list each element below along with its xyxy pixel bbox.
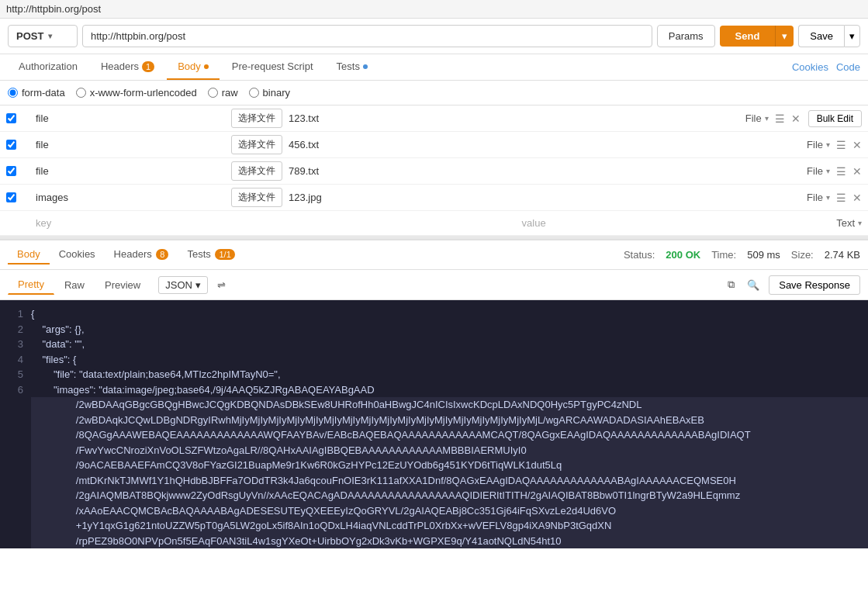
row-3-menu-icon[interactable]: ☰: [836, 192, 846, 204]
body-type-raw[interactable]: raw: [208, 87, 238, 99]
line-number: [0, 534, 31, 549]
form-row-0: file 选择文件 123.txt File ▾ ☰ ✕ Bulk Edit: [0, 105, 868, 132]
empty-value-placeholder: value: [516, 214, 552, 232]
url-bar-text: http://httpbin.org/post: [6, 3, 101, 15]
radio-form-data[interactable]: [8, 88, 18, 98]
tab-tests-label: Tests: [337, 61, 360, 72]
row-1-delete-icon[interactable]: ✕: [852, 139, 862, 151]
row-1-actions: ☰ ✕: [836, 139, 862, 151]
params-button[interactable]: Params: [657, 25, 715, 47]
line-content: {: [31, 306, 868, 322]
row-2-checkbox[interactable]: [6, 166, 16, 176]
empty-type-chevron-icon[interactable]: ▾: [858, 219, 862, 227]
row-0-delete-icon[interactable]: ✕: [791, 112, 801, 125]
method-label: POST: [16, 30, 43, 42]
radio-binary[interactable]: [249, 88, 259, 98]
code-viewer[interactable]: 1{2 "args": {},3 "data": "",4 "files": {…: [0, 300, 868, 548]
row-3-file-button[interactable]: 选择文件: [231, 188, 282, 207]
cookies-code-area: Cookies Code: [792, 61, 860, 73]
code-line: /9oACAEBAAEFAmCQ3V8oFYazGI21BuapMe9r1Kw6…: [0, 458, 868, 473]
viewer-tab-pretty[interactable]: Pretty: [8, 275, 54, 295]
row-1-type-chevron-icon[interactable]: ▾: [826, 140, 830, 149]
viewer-tab-raw[interactable]: Raw: [54, 275, 95, 295]
tab-pre-request[interactable]: Pre-request Script: [221, 54, 324, 80]
viewer-tab-preview[interactable]: Preview: [95, 275, 150, 295]
line-content: /8QAGgAAAWEBAQEAAAAAAAAAAAAAWQFAAYBAv/EA…: [31, 427, 868, 443]
save-button[interactable]: Save: [798, 25, 844, 47]
method-chevron-icon: ▾: [48, 32, 52, 40]
body-type-bar: form-data x-www-form-urlencoded raw bina…: [0, 81, 868, 105]
resp-tab-cookies[interactable]: Cookies: [50, 245, 105, 265]
radio-urlencoded[interactable]: [76, 88, 86, 98]
row-3-checkbox[interactable]: [6, 192, 16, 202]
tab-headers-label: Headers: [101, 61, 139, 72]
line-number: [0, 397, 31, 413]
tab-authorization-label: Authorization: [19, 61, 78, 72]
viewer-tab-pretty-label: Pretty: [18, 278, 44, 290]
body-type-urlencoded[interactable]: x-www-form-urlencoded: [76, 87, 197, 99]
radio-raw[interactable]: [208, 88, 218, 98]
tab-body[interactable]: Body: [167, 54, 220, 80]
response-header: Body Cookies Headers 8 Tests 1/1 Status:…: [0, 239, 868, 270]
url-input[interactable]: [82, 25, 652, 47]
row-2-type-label: File: [807, 165, 823, 177]
row-2-type-chevron-icon[interactable]: ▾: [826, 167, 830, 175]
line-content: /rpPEZ9b8O0NPVpOn5f5EAqF0AN3tiL4w1sgYXeO…: [31, 534, 868, 549]
row-3-delete-icon[interactable]: ✕: [852, 192, 862, 204]
tab-tests[interactable]: Tests: [326, 54, 379, 80]
search-icon[interactable]: 🔍: [744, 276, 763, 294]
tab-headers[interactable]: Headers 1: [90, 54, 165, 80]
row-1-checkbox[interactable]: [6, 140, 16, 150]
save-response-button[interactable]: Save Response: [769, 275, 860, 295]
line-number: [0, 458, 31, 473]
save-dropdown-button[interactable]: ▾: [844, 25, 860, 47]
send-button[interactable]: Send: [720, 26, 776, 47]
resp-tab-tests-label: Tests: [187, 248, 213, 260]
row-3-type-label: File: [807, 192, 823, 203]
tab-authorization[interactable]: Authorization: [8, 54, 88, 80]
resp-tab-headers[interactable]: Headers 8: [105, 245, 178, 265]
resp-tab-body[interactable]: Body: [8, 245, 50, 265]
line-content: "file": "data:text/plain;base64,MTIzc2hp…: [31, 367, 868, 382]
line-content: "files": {: [31, 352, 868, 368]
row-3-type-chevron-icon[interactable]: ▾: [826, 193, 830, 202]
row-2-delete-icon[interactable]: ✕: [852, 165, 862, 178]
line-content: /mtDKrNkTJMWf1Y1hQHdbBJBFFa7ODdTR3k4Ja6q…: [31, 473, 868, 489]
resp-tab-tests[interactable]: Tests 1/1: [178, 245, 244, 265]
line-number: 6: [0, 382, 31, 398]
send-button-group: Send ▾: [720, 26, 794, 47]
row-3-type: File ▾: [807, 192, 830, 203]
row-3-actions: ☰ ✕: [836, 192, 862, 204]
time-value: 509 ms: [747, 249, 780, 261]
format-select[interactable]: JSON ▾: [158, 276, 208, 294]
code-line: /mtDKrNkTJMWf1Y1hQHdbBJBFFa7ODdTR3k4Ja6q…: [0, 473, 868, 489]
send-dropdown-button[interactable]: ▾: [775, 26, 794, 47]
size-value: 2.74 KB: [825, 249, 860, 261]
row-0-checkbox[interactable]: [6, 113, 16, 123]
code-link[interactable]: Code: [836, 61, 860, 73]
row-0-type-chevron-icon[interactable]: ▾: [765, 114, 769, 123]
method-select[interactable]: POST ▾: [8, 25, 78, 47]
row-2-key: file: [29, 162, 231, 180]
row-1-menu-icon[interactable]: ☰: [836, 139, 846, 151]
row-0-file-button[interactable]: 选择文件: [231, 109, 282, 128]
resp-tab-headers-label: Headers: [114, 248, 155, 260]
form-data-table: file 选择文件 123.txt File ▾ ☰ ✕ Bulk Edit f…: [0, 105, 868, 236]
row-2-file-button[interactable]: 选择文件: [231, 161, 282, 181]
code-line: 6 "images": "data:image/jpeg;base64,/9j/…: [0, 382, 868, 398]
row-1-file-button[interactable]: 选择文件: [231, 135, 282, 154]
size-label: Size:: [791, 249, 814, 261]
status-value: 200 OK: [666, 249, 700, 261]
row-0-menu-icon[interactable]: ☰: [775, 112, 785, 125]
code-line: /xAAoEAACQMCBAcBAQAAAABAgADESESUTEyQXEEE…: [0, 503, 868, 519]
code-line: /2wBDAqkJCQwLDBgNDRgyIRwhMjIyMjIyMjIyMjI…: [0, 413, 868, 428]
bulk-edit-button[interactable]: Bulk Edit: [808, 110, 862, 127]
copy-icon[interactable]: ⧉: [724, 275, 738, 294]
body-type-form-data[interactable]: form-data: [8, 87, 65, 99]
row-2-menu-icon[interactable]: ☰: [836, 165, 846, 178]
viewer-tab-preview-label: Preview: [105, 279, 140, 291]
tests-dot-indicator: [363, 64, 368, 69]
body-type-binary[interactable]: binary: [249, 87, 290, 99]
cookies-link[interactable]: Cookies: [792, 61, 828, 73]
wrap-icon[interactable]: ⇌: [214, 276, 229, 294]
